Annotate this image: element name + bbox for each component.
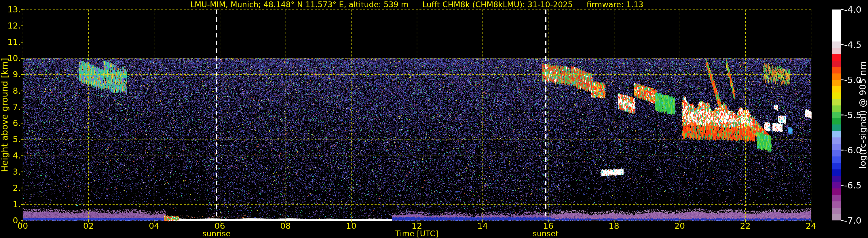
title-instrument: Lufft CHM8k (CHM8kLMU): 31-10-2025 <box>422 0 572 9</box>
colorbar-tick-label: -7.0 <box>844 215 862 226</box>
x-tick-label: 00 <box>18 221 28 231</box>
colorbar-swatch <box>832 99 841 106</box>
colorbar-swatch <box>832 131 841 138</box>
title-firmware: firmware: 1.13 <box>586 0 643 9</box>
colorbar-swatch <box>832 86 841 92</box>
colorbar-swatch <box>832 112 841 118</box>
colorbar-tick <box>841 150 843 151</box>
y-tick-label: 9. <box>0 69 21 79</box>
colorbar-swatch <box>832 35 841 41</box>
colorbar-swatch <box>832 124 841 131</box>
x-tick-label: 08 <box>280 221 291 231</box>
colorbar-swatch <box>832 29 841 35</box>
colorbar-tick-label: -4.0 <box>844 4 862 15</box>
colorbar-tick-label: -4.5 <box>844 39 862 50</box>
colorbar-swatch <box>832 54 841 60</box>
colorbar-swatch <box>832 195 841 201</box>
x-tick-label: 24 <box>806 221 816 231</box>
x-tick-label: 04 <box>149 221 159 231</box>
title-station: LMU-MIM, Munich; 48.148° N 11.573° E, al… <box>190 0 408 9</box>
colorbar-swatch <box>832 16 841 22</box>
colorbar-tick <box>841 44 843 45</box>
colorbar-swatch <box>832 9 841 16</box>
ceilometer-figure: LMU-MIM, Munich; 48.148° N 11.573° E, al… <box>0 0 868 238</box>
colorbar-swatch <box>832 170 841 176</box>
colorbar-swatch <box>832 92 841 99</box>
colorbar-tick-label: -6.5 <box>844 180 862 190</box>
colorbar-swatch <box>832 214 841 220</box>
colorbar-swatch <box>832 150 841 156</box>
colorbar-swatch <box>832 144 841 150</box>
colorbar-swatch <box>832 80 841 86</box>
colorbar-swatch <box>832 41 841 48</box>
colorbar-tick <box>841 185 843 186</box>
colorbar-swatch <box>832 138 841 144</box>
x-axis-label: Time [UTC] <box>395 229 438 238</box>
colorbar-label: log(rc-signal) @ 905 nm <box>857 61 868 169</box>
colorbar-swatch <box>832 188 841 195</box>
colorbar-swatch <box>832 73 841 80</box>
colorbar <box>832 9 841 220</box>
colorbar-swatch <box>832 118 841 124</box>
y-tick-label: 3. <box>0 167 21 177</box>
colorbar-swatch <box>832 61 841 67</box>
y-tick-label: 13. <box>0 5 21 14</box>
x-tick-label: 10 <box>346 221 356 231</box>
ceilometer-heatmap-canvas <box>0 0 868 238</box>
y-tick-label: 12. <box>0 21 21 31</box>
y-tick-label: 11. <box>0 37 21 47</box>
colorbar-tick <box>841 220 843 221</box>
colorbar-swatch <box>832 67 841 73</box>
colorbar-tick <box>841 9 843 10</box>
x-tick-label: 14 <box>477 221 488 231</box>
y-tick-label: 1. <box>0 199 21 209</box>
colorbar-swatch <box>832 182 841 188</box>
figure-title: LMU-MIM, Munich; 48.148° N 11.573° E, al… <box>23 0 811 9</box>
y-tick-label: 4. <box>0 151 21 160</box>
colorbar-swatch <box>832 163 841 170</box>
colorbar-swatch <box>832 48 841 54</box>
y-tick-label: 7. <box>0 102 21 112</box>
y-tick-label: 8. <box>0 86 21 96</box>
x-tick-label: 18 <box>609 221 619 231</box>
colorbar-swatch <box>832 176 841 182</box>
x-tick-label: 20 <box>674 221 685 231</box>
colorbar-swatch <box>832 201 841 208</box>
x-tick-label: 02 <box>83 221 94 231</box>
x-tick-label: 22 <box>740 221 750 231</box>
y-tick-label: 6. <box>0 118 21 128</box>
sunrise-label: sunrise <box>203 229 230 238</box>
colorbar-swatch <box>832 22 841 29</box>
colorbar-swatch <box>832 156 841 163</box>
y-tick-label: 10. <box>0 53 21 63</box>
y-tick-label: 2. <box>0 183 21 193</box>
colorbar-swatch <box>832 106 841 112</box>
sunset-label: sunset <box>533 229 559 238</box>
colorbar-tick <box>841 115 843 116</box>
colorbar-tick <box>841 80 843 80</box>
y-tick-label: 5. <box>0 134 21 144</box>
colorbar-swatch <box>832 208 841 214</box>
